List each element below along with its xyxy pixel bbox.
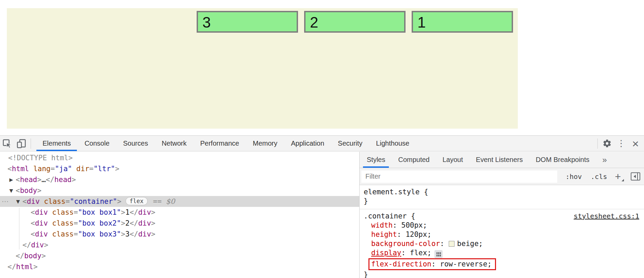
tab-lighthouse[interactable]: Lighthouse bbox=[369, 136, 416, 151]
code-token bbox=[48, 208, 52, 216]
code-token: div bbox=[35, 219, 48, 227]
code-token: < bbox=[31, 219, 35, 227]
tab-network[interactable]: Network bbox=[155, 136, 193, 151]
console-node-reference: == $0 bbox=[153, 197, 175, 206]
stylesheet-source-link[interactable]: stylesheet.css:1 bbox=[574, 212, 639, 221]
code-token: head bbox=[20, 176, 37, 184]
new-style-rule-button[interactable]: + bbox=[615, 172, 621, 181]
flex-badge[interactable]: flex bbox=[126, 197, 148, 205]
tab-console[interactable]: Console bbox=[78, 136, 116, 151]
more-tabs-chevron-icon[interactable]: » bbox=[596, 152, 613, 168]
tab-application[interactable]: Application bbox=[284, 136, 331, 151]
close-devtools-icon[interactable]: × bbox=[628, 136, 643, 151]
tab-computed[interactable]: Computed bbox=[392, 152, 436, 168]
code-token: dir bbox=[76, 165, 89, 173]
css-declaration[interactable]: display: flex; bbox=[360, 248, 644, 258]
expander-open-icon[interactable]: ▼ bbox=[7, 185, 15, 196]
code-token: > bbox=[37, 176, 42, 184]
code-token: "container" bbox=[70, 197, 117, 206]
toggle-element-classes-button[interactable]: .cls bbox=[591, 173, 607, 181]
tab-dom-breakpoints[interactable]: DOM Breakpoints bbox=[529, 152, 596, 168]
code-token: "ltr" bbox=[94, 165, 115, 173]
tab-sources[interactable]: Sources bbox=[116, 136, 155, 151]
css-rule-section: element.style {} bbox=[360, 185, 644, 209]
tab-event-listeners[interactable]: Event Listeners bbox=[469, 152, 529, 168]
css-property-name[interactable]: flex-direction bbox=[371, 260, 431, 268]
code-token: > bbox=[151, 230, 155, 238]
more-menu-icon[interactable]: ⋮ bbox=[614, 136, 628, 151]
code-token: 2 bbox=[125, 219, 130, 227]
css-rule-header[interactable]: .container {stylesheet.css:1 bbox=[360, 212, 644, 221]
dom-tree-line[interactable]: <!DOCTYPE html> bbox=[0, 152, 359, 163]
css-selector[interactable]: .container bbox=[364, 212, 407, 220]
tab-security[interactable]: Security bbox=[331, 136, 369, 151]
code-token: class bbox=[52, 208, 73, 216]
tab-performance[interactable]: Performance bbox=[194, 136, 246, 151]
css-property-name[interactable]: height bbox=[371, 230, 397, 239]
code-token: > bbox=[151, 208, 155, 216]
styles-sidebar: Styles Computed Layout Event Listeners D… bbox=[359, 152, 644, 278]
css-rule-header[interactable]: element.style { bbox=[360, 187, 644, 197]
devtools-panels: <!DOCTYPE html><html lang="ja" dir="ltr"… bbox=[0, 152, 644, 278]
code-token: < bbox=[22, 197, 27, 206]
flex-editor-icon[interactable] bbox=[434, 250, 443, 258]
code-token: > bbox=[117, 197, 121, 206]
css-declaration[interactable]: height: 120px; bbox=[360, 230, 644, 239]
css-property-name[interactable]: display bbox=[371, 249, 401, 257]
tab-elements[interactable]: Elements bbox=[36, 136, 78, 151]
code-token: > bbox=[121, 219, 126, 227]
dom-tree-line[interactable]: <div class="box box1">1</div> bbox=[0, 207, 359, 218]
css-declaration[interactable]: background-color: beige; bbox=[360, 239, 644, 248]
styles-filter-input[interactable] bbox=[361, 170, 557, 183]
code-token: < bbox=[16, 176, 20, 184]
dom-tree-line[interactable]: ▶<head>…</head> bbox=[0, 174, 359, 185]
inspect-element-icon[interactable] bbox=[0, 136, 14, 151]
expander-closed-icon[interactable]: ▶ bbox=[7, 174, 15, 185]
css-declaration[interactable]: flex-direction: row-reverse; bbox=[360, 258, 644, 270]
toolbar-separator bbox=[31, 138, 31, 149]
dom-tree-line[interactable]: <div class="box box3">3</div> bbox=[0, 229, 359, 240]
css-declaration[interactable]: width: 500px; bbox=[360, 221, 644, 230]
toggle-sidebar-icon[interactable] bbox=[630, 172, 641, 181]
css-property-value[interactable]: 500px bbox=[401, 221, 423, 229]
css-selector[interactable]: element.style bbox=[364, 188, 419, 196]
code-token: div bbox=[27, 197, 40, 206]
toggle-hover-state-button[interactable]: :hov bbox=[565, 173, 582, 181]
flex-box-1: 1 bbox=[412, 11, 513, 33]
dom-tree-line[interactable]: </div> bbox=[0, 240, 359, 250]
code-token: lang bbox=[33, 165, 51, 173]
tab-memory[interactable]: Memory bbox=[246, 136, 284, 151]
dom-tree-line[interactable]: </html> bbox=[0, 261, 359, 272]
dom-tree-line[interactable]: ▼<body> bbox=[0, 185, 359, 196]
code-token: … bbox=[42, 176, 46, 184]
code-token: </ bbox=[130, 230, 138, 238]
css-property-value[interactable]: row-reverse bbox=[440, 260, 487, 268]
node-more-actions-icon[interactable]: ⋯ bbox=[2, 196, 9, 207]
css-property-value[interactable]: flex bbox=[410, 249, 427, 257]
code-token: "box box1" bbox=[78, 208, 121, 216]
color-swatch[interactable] bbox=[449, 241, 455, 247]
settings-gear-icon[interactable] bbox=[600, 136, 614, 151]
dom-tree-line[interactable]: ⋯▼<div class="container">flex== $0 bbox=[0, 196, 359, 207]
close-brace: } bbox=[360, 270, 644, 278]
page-preview: 3 2 1 bbox=[0, 0, 644, 135]
device-toolbar-icon[interactable] bbox=[14, 136, 29, 151]
tab-styles[interactable]: Styles bbox=[360, 152, 392, 168]
dom-tree-line[interactable]: <html lang="ja" dir="ltr"> bbox=[0, 163, 359, 174]
dom-tree-line[interactable]: </body> bbox=[0, 250, 359, 261]
css-property-value[interactable]: 120px bbox=[406, 230, 427, 239]
css-property-name[interactable]: width bbox=[371, 221, 393, 229]
code-token: > bbox=[71, 176, 76, 184]
code-token: html bbox=[12, 165, 29, 173]
code-token bbox=[40, 197, 44, 206]
expander-open-icon[interactable]: ▼ bbox=[14, 196, 22, 207]
code-token: < bbox=[31, 208, 35, 216]
devtools-toolbar: Elements Console Sources Network Perform… bbox=[0, 136, 644, 151]
code-token: 1 bbox=[125, 208, 130, 216]
code-token: = bbox=[65, 197, 70, 206]
css-property-name[interactable]: background-color bbox=[371, 240, 440, 248]
dom-tree: <!DOCTYPE html><html lang="ja" dir="ltr"… bbox=[0, 152, 359, 272]
tab-layout[interactable]: Layout bbox=[436, 152, 469, 168]
css-property-value[interactable]: beige bbox=[457, 240, 479, 248]
dom-tree-line[interactable]: <div class="box box2">2</div> bbox=[0, 218, 359, 229]
